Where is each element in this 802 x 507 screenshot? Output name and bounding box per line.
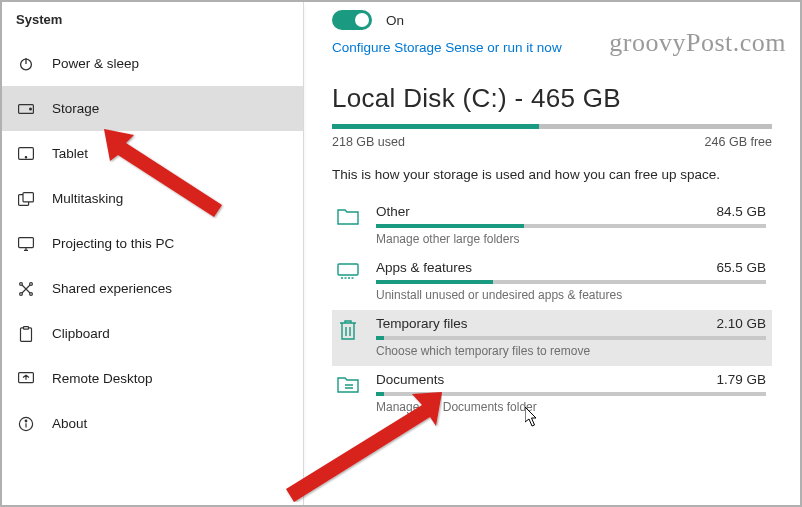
category-size: 65.5 GB — [716, 260, 766, 275]
sidebar-item-clipboard[interactable]: Clipboard — [2, 311, 303, 356]
sidebar-item-storage[interactable]: Storage — [2, 86, 303, 131]
documents-icon — [334, 372, 362, 414]
sidebar-item-tablet[interactable]: Tablet — [2, 131, 303, 176]
sidebar-item-label: Projecting to this PC — [52, 236, 174, 251]
category-subtext: Manage other large folders — [376, 232, 766, 246]
remote-icon — [18, 371, 34, 387]
power-icon — [18, 56, 34, 72]
svg-point-17 — [25, 420, 27, 422]
sidebar-header: System — [2, 8, 303, 41]
category-name: Temporary files — [376, 316, 468, 331]
sidebar-item-label: About — [52, 416, 87, 431]
apps-icon — [334, 260, 362, 302]
svg-point-3 — [30, 108, 32, 110]
disk-free-label: 246 GB free — [705, 135, 772, 149]
category-other[interactable]: Other 84.5 GB Manage other large folders — [332, 198, 772, 254]
sidebar-item-label: Tablet — [52, 146, 88, 161]
svg-point-9 — [20, 282, 23, 285]
storage-sense-toggle[interactable] — [332, 10, 372, 30]
category-bar — [376, 280, 766, 284]
sidebar-item-label: Clipboard — [52, 326, 110, 341]
info-icon — [18, 416, 34, 432]
svg-rect-7 — [23, 192, 33, 201]
svg-point-12 — [30, 292, 33, 295]
category-size: 1.79 GB — [716, 372, 766, 387]
svg-rect-13 — [21, 327, 32, 341]
disk-used-label: 218 GB used — [332, 135, 405, 149]
sidebar-item-multitasking[interactable]: Multitasking — [2, 176, 303, 221]
sidebar-item-remote-desktop[interactable]: Remote Desktop — [2, 356, 303, 401]
category-size: 84.5 GB — [716, 204, 766, 219]
svg-point-11 — [20, 292, 23, 295]
category-documents[interactable]: Documents 1.79 GB Manage the Documents f… — [332, 366, 772, 422]
sidebar-item-power-sleep[interactable]: Power & sleep — [2, 41, 303, 86]
category-subtext: Choose which temporary files to remove — [376, 344, 766, 358]
tablet-icon — [18, 146, 34, 162]
sidebar-item-label: Storage — [52, 101, 99, 116]
sidebar-item-label: Power & sleep — [52, 56, 139, 71]
category-size: 2.10 GB — [716, 316, 766, 331]
category-name: Documents — [376, 372, 444, 387]
multitask-icon — [18, 191, 34, 207]
sidebar-item-label: Shared experiences — [52, 281, 172, 296]
category-bar — [376, 224, 766, 228]
storage-explain: This is how your storage is used and how… — [332, 167, 772, 182]
sidebar-item-label: Multitasking — [52, 191, 123, 206]
sidebar-item-about[interactable]: About — [2, 401, 303, 446]
trash-icon — [334, 316, 362, 358]
disk-usage-bar — [332, 124, 772, 129]
folder-icon — [334, 204, 362, 246]
svg-point-5 — [25, 157, 26, 158]
svg-rect-14 — [24, 326, 29, 329]
project-icon — [18, 236, 34, 252]
share-icon — [18, 281, 34, 297]
category-subtext: Manage the Documents folder — [376, 400, 766, 414]
svg-point-10 — [30, 282, 33, 285]
disk-title: Local Disk (C:) - 465 GB — [332, 83, 772, 114]
category-name: Other — [376, 204, 410, 219]
category-apps-features[interactable]: Apps & features 65.5 GB Uninstall unused… — [332, 254, 772, 310]
toggle-state-label: On — [386, 13, 404, 28]
clipboard-icon — [18, 326, 34, 342]
sidebar-item-label: Remote Desktop — [52, 371, 153, 386]
category-bar — [376, 336, 766, 340]
category-subtext: Uninstall unused or undesired apps & fea… — [376, 288, 766, 302]
category-name: Apps & features — [376, 260, 472, 275]
svg-rect-8 — [19, 237, 34, 247]
sidebar-item-shared[interactable]: Shared experiences — [2, 266, 303, 311]
drive-icon — [18, 101, 34, 117]
svg-rect-19 — [338, 264, 358, 275]
sidebar-item-projecting[interactable]: Projecting to this PC — [2, 221, 303, 266]
storage-panel: On Configure Storage Sense or run it now… — [304, 2, 800, 505]
configure-storage-sense-link[interactable]: Configure Storage Sense or run it now — [332, 40, 562, 55]
category-bar — [376, 392, 766, 396]
category-temporary-files[interactable]: Temporary files 2.10 GB Choose which tem… — [332, 310, 772, 366]
sidebar: System Power & sleep Storage — [2, 2, 304, 505]
